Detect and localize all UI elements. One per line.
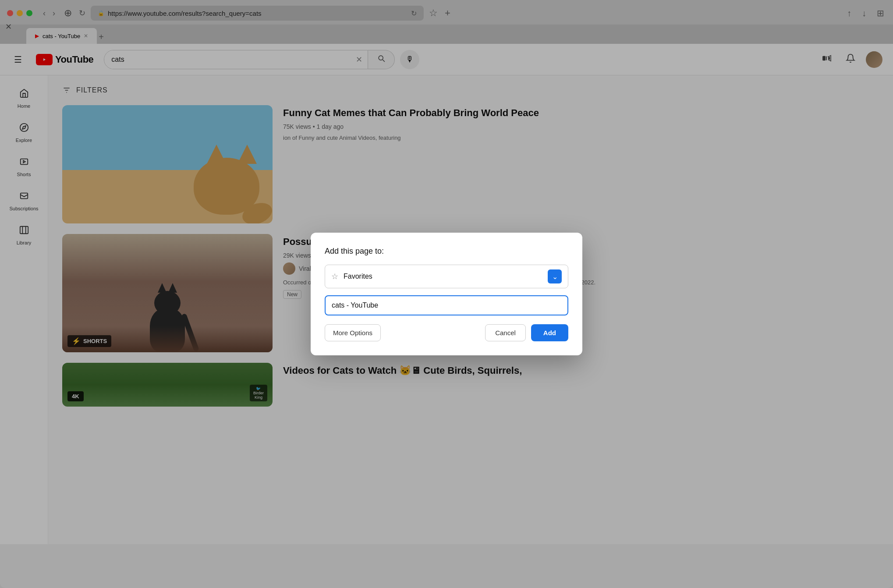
cancel-button[interactable]: Cancel [485, 324, 526, 341]
dialog-actions: More Options Cancel Add [325, 324, 568, 341]
browser-window: ‹ › ▶ cats - YouTube ✕ + ⊕ ↻ 🔒 [0, 0, 893, 588]
bookmark-dialog: Add this page to: ☆ Favorites ⌄ More Opt… [311, 233, 582, 355]
more-options-button[interactable]: More Options [325, 324, 381, 341]
favorites-star-icon: ☆ [331, 272, 338, 281]
folder-name-label: Favorites [344, 273, 548, 280]
folder-dropdown-button[interactable]: ⌄ [548, 269, 562, 283]
folder-select[interactable]: ☆ Favorites ⌄ [325, 265, 568, 288]
add-button[interactable]: Add [531, 324, 568, 341]
dialog-right-actions: Cancel Add [485, 324, 568, 341]
dialog-title: Add this page to: [325, 247, 568, 256]
bookmark-name-input[interactable] [325, 295, 568, 315]
